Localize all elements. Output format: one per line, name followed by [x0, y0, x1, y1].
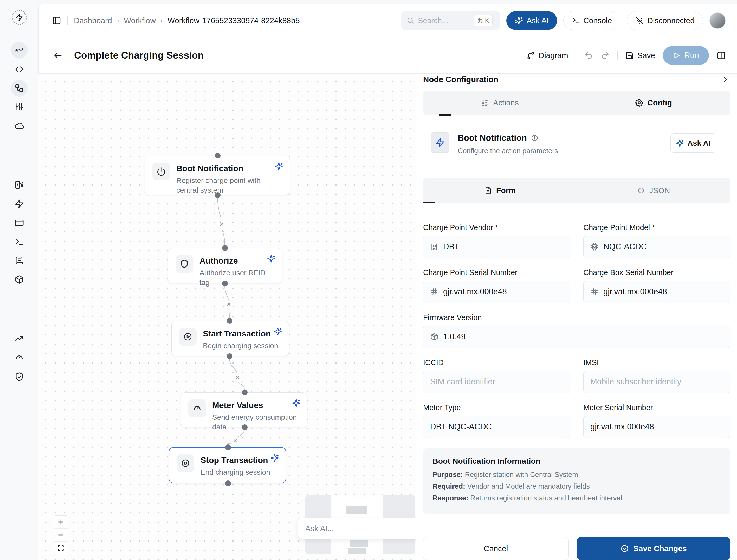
meter-serial-field[interactable] — [583, 416, 730, 438]
sparkles-icon[interactable] — [292, 399, 301, 407]
firmware-version-input[interactable] — [443, 332, 723, 341]
iccid-field[interactable] — [423, 371, 570, 393]
tab-json[interactable]: JSON — [577, 186, 730, 195]
imsi-input[interactable] — [590, 377, 723, 386]
sidebar-item-energy[interactable] — [11, 195, 28, 212]
edge-delete-marker[interactable]: × — [233, 373, 242, 382]
node-handle-bottom[interactable] — [225, 480, 231, 486]
chip-icon — [590, 243, 599, 251]
console-button[interactable]: Console — [563, 11, 620, 30]
sparkles-icon[interactable] — [274, 327, 282, 336]
edge-delete-marker[interactable]: × — [224, 300, 234, 309]
sparkles-icon[interactable] — [275, 162, 283, 170]
meter-serial-input[interactable] — [590, 422, 723, 431]
diagram-button[interactable]: Diagram — [527, 51, 568, 60]
info-line-required: Required: Vendor and Model are mandatory… — [432, 482, 721, 491]
run-button[interactable]: Run — [663, 46, 709, 65]
node-handle-bottom[interactable] — [227, 353, 233, 359]
sidebar-item-cloud[interactable] — [11, 117, 28, 134]
node-handle-top[interactable] — [242, 390, 248, 395]
edge-delete-marker[interactable]: × — [231, 436, 240, 446]
ask-ai-bar[interactable]: ⌘ K — [298, 518, 416, 539]
stop-circle-icon — [177, 454, 194, 472]
node-stop-transaction[interactable]: Stop Transaction End charging session — [169, 447, 286, 483]
charge-point-serial-input[interactable] — [443, 287, 563, 296]
node-start-transaction[interactable]: Start Transaction Begin charging session — [171, 321, 289, 356]
node-handle-top[interactable] — [227, 318, 233, 324]
cloud-icon — [15, 121, 24, 130]
connection-status-button[interactable]: Disconnected — [627, 11, 703, 30]
search-input[interactable] — [418, 16, 470, 25]
iccid-input[interactable] — [430, 377, 563, 386]
node-handle-top[interactable] — [225, 444, 231, 450]
undo-icon — [584, 51, 593, 60]
sidebar-item-settings[interactable] — [11, 98, 28, 115]
panel-left-icon — [52, 16, 61, 25]
sidebar-item-code[interactable] — [11, 61, 28, 78]
sidebar-item-workflow[interactable] — [11, 80, 28, 97]
charge-box-serial-field[interactable] — [583, 281, 730, 303]
firmware-version-field[interactable] — [423, 326, 730, 348]
save-icon — [625, 51, 634, 60]
panel-right-toggle[interactable] — [717, 51, 726, 60]
info-icon[interactable] — [531, 134, 538, 142]
workflow-canvas[interactable]: × × × × Boot Notification Register charg… — [39, 74, 416, 560]
meter-type-field[interactable] — [423, 416, 570, 438]
meter-type-input[interactable] — [430, 422, 563, 431]
charge-point-vendor-input[interactable] — [443, 242, 563, 251]
redo-button[interactable] — [601, 51, 610, 60]
tab-form[interactable]: Form — [423, 186, 577, 195]
ask-ai-button[interactable]: Ask AI — [506, 11, 557, 30]
sparkles-icon[interactable] — [271, 454, 279, 462]
charge-box-serial-input[interactable] — [603, 287, 723, 296]
node-boot-notification[interactable]: Boot Notification Register charge point … — [145, 156, 290, 195]
undo-button[interactable] — [584, 51, 593, 60]
node-handle-top[interactable] — [215, 153, 221, 158]
tab-config[interactable]: Config — [577, 98, 730, 107]
sidebar-item-analytics[interactable] — [11, 330, 28, 347]
imsi-field[interactable] — [583, 371, 730, 393]
fit-view-button[interactable] — [54, 542, 68, 555]
trending-up-icon — [15, 334, 24, 343]
avatar[interactable] — [709, 12, 726, 29]
tab-actions[interactable]: Actions — [423, 98, 577, 107]
charge-point-model-input[interactable] — [603, 242, 723, 251]
sidebar-item-terminal[interactable] — [11, 233, 28, 250]
sidebar-item-charging-station[interactable] — [11, 176, 28, 193]
cancel-button[interactable]: Cancel — [423, 537, 569, 560]
node-handle-bottom[interactable] — [242, 424, 248, 430]
sidebar-item-overview[interactable] — [11, 42, 28, 59]
charge-point-vendor-field[interactable] — [423, 236, 570, 258]
edge-delete-marker[interactable]: × — [217, 219, 226, 229]
section-ask-ai-button[interactable]: Ask AI — [670, 133, 716, 153]
collapse-panel-button[interactable] — [721, 76, 729, 84]
zoom-out-button[interactable] — [54, 529, 68, 542]
save-button[interactable]: Save — [625, 51, 655, 60]
sidebar-item-logs[interactable] — [11, 252, 28, 269]
chevron-right-icon: › — [161, 16, 163, 25]
sidebar-item-billing[interactable] — [11, 214, 28, 231]
zoom-in-button[interactable] — [54, 516, 68, 529]
back-button[interactable] — [53, 51, 63, 60]
node-meter-values[interactable]: Meter Values Send energy consumption dat… — [181, 392, 308, 427]
node-handle-top[interactable] — [222, 245, 228, 251]
ask-ai-input[interactable] — [305, 524, 416, 533]
panel-left-toggle[interactable] — [52, 16, 61, 25]
node-handle-bottom[interactable] — [222, 281, 228, 286]
redo-icon — [601, 51, 610, 60]
sidebar-item-packages[interactable] — [11, 271, 28, 288]
node-authorize[interactable]: Authorize Authorize user RFID tag — [168, 248, 283, 283]
field-label: Charge Point Serial Number — [423, 268, 570, 277]
workflow-icon — [15, 84, 24, 93]
breadcrumb-workflow[interactable]: Workflow — [124, 16, 156, 25]
save-changes-button[interactable]: Save Changes — [577, 537, 730, 560]
node-handle-bottom[interactable] — [215, 192, 221, 198]
search-box[interactable]: ⌘ K — [401, 11, 500, 30]
charge-point-serial-field[interactable] — [423, 281, 570, 303]
sparkles-icon[interactable] — [267, 254, 276, 263]
sidebar-item-security[interactable] — [11, 368, 28, 385]
sidebar-item-performance[interactable] — [11, 349, 28, 366]
charge-point-model-field[interactable] — [583, 236, 730, 258]
minimap-node — [350, 540, 368, 547]
breadcrumb-dashboard[interactable]: Dashboard — [74, 16, 112, 25]
